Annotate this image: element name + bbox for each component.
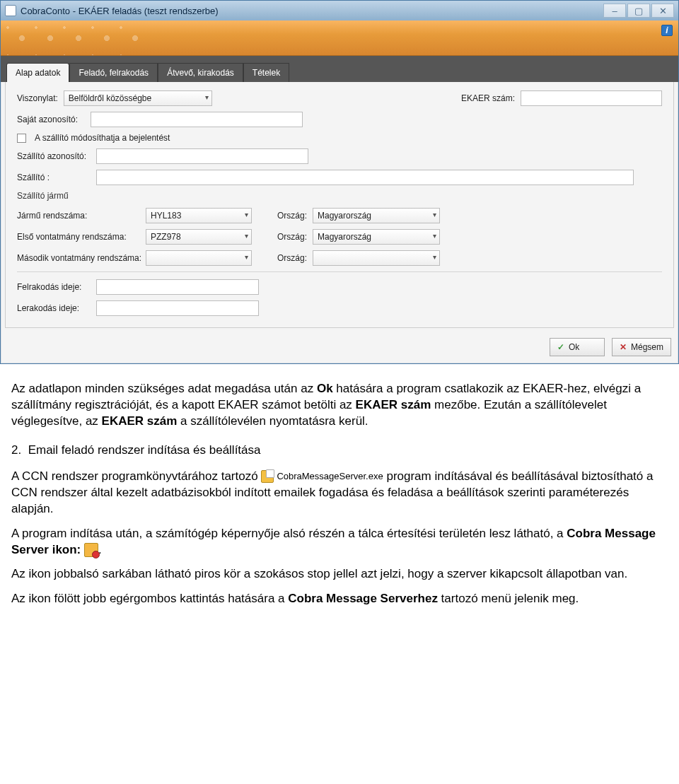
- tab-atvevo[interactable]: Átvevő, kirakodás: [158, 63, 243, 82]
- exe-inline: CobraMessageServer.exe: [261, 470, 383, 483]
- orszag1-label: Ország:: [277, 211, 307, 221]
- doc-heading-2: 2. Email feladó rendszer indítása és beá…: [27, 443, 668, 459]
- tab-tetelek[interactable]: Tételek: [243, 63, 289, 82]
- exe-filename: CobraMessageServer.exe: [277, 470, 383, 483]
- app-ribbon: i: [1, 21, 678, 56]
- jarmu-rendszam-label: Jármű rendszáma:: [17, 211, 140, 221]
- tray-icon: [84, 543, 98, 557]
- doc-paragraph-1: Az adatlapon minden szükséges adat megad…: [11, 381, 668, 430]
- vontatmany2-select[interactable]: [146, 250, 252, 266]
- doc-paragraph-3: A program indítása után, a számítógép ké…: [11, 526, 668, 558]
- tab-felado[interactable]: Feladó, felrakodás: [69, 63, 158, 82]
- sajat-azonosito-input[interactable]: [91, 112, 303, 127]
- lerakodas-label: Lerakodás ideje:: [17, 303, 91, 313]
- orszag3-select[interactable]: [313, 250, 440, 266]
- cancel-button[interactable]: ✕ Mégsem: [612, 338, 671, 356]
- check-icon: ✓: [557, 342, 564, 352]
- maximize-button[interactable]: ▢: [627, 4, 650, 18]
- close-icon: ✕: [620, 342, 627, 352]
- vontatmany2-label: Második vontatmány rendszáma:: [17, 253, 140, 263]
- close-button[interactable]: ✕: [651, 4, 674, 18]
- form-panel: Viszonylat: Belföldről közösségbe EKAER …: [5, 82, 674, 328]
- viszonylat-select[interactable]: Belföldről közösségbe: [64, 90, 212, 106]
- jarmu-rendszam-select[interactable]: HYL183: [146, 208, 252, 223]
- info-icon[interactable]: i: [661, 25, 673, 36]
- title-bar: CobraConto - EKÁER feladás (teszt rendsz…: [1, 1, 678, 21]
- felrakodas-label: Felrakodás ideje:: [17, 282, 91, 292]
- viszonylat-label: Viszonylat:: [17, 93, 58, 103]
- exe-icon: [261, 470, 274, 483]
- minimize-button[interactable]: –: [603, 4, 626, 18]
- szallito-azonosito-label: Szállító azonosító:: [17, 151, 91, 161]
- sajat-azonosito-label: Saját azonosító:: [17, 115, 85, 124]
- tab-strip: Alap adatok Feladó, felrakodás Átvevő, k…: [1, 56, 678, 82]
- jarmu-group-label: Szállító jármű: [17, 191, 662, 201]
- orszag2-select[interactable]: Magyarország: [313, 229, 440, 245]
- doc-paragraph-4: Az ikon jobbalsó sarkában látható piros …: [11, 566, 668, 583]
- szallito-azonosito-input[interactable]: [96, 148, 308, 164]
- vontatmany1-select[interactable]: PZZ978: [146, 229, 252, 245]
- szallito-modosithatja-label: A szállító módosíthatja a bejelentést: [35, 133, 170, 143]
- felrakodas-input[interactable]: [96, 279, 259, 295]
- szallito-label: Szállító :: [17, 172, 91, 182]
- doc-paragraph-2: A CCN rendszer programkönyvtárához tarto…: [11, 469, 668, 517]
- szallito-input[interactable]: [96, 170, 634, 185]
- szallito-modosithatja-checkbox[interactable]: [17, 134, 26, 143]
- orszag1-select[interactable]: Magyarország: [313, 208, 440, 223]
- tab-alap-adatok[interactable]: Alap adatok: [6, 63, 69, 82]
- ok-button-label: Ok: [569, 342, 579, 352]
- ekaer-szam-label: EKAER szám:: [461, 93, 515, 103]
- ekaer-szam-input[interactable]: [521, 90, 662, 106]
- lerakodas-input[interactable]: [96, 300, 259, 316]
- document-body: Az adatlapon minden szükséges adat megad…: [0, 364, 679, 637]
- vontatmany1-label: Első vontatmány rendszáma:: [17, 232, 140, 242]
- app-window: CobraConto - EKÁER feladás (teszt rendsz…: [0, 0, 679, 364]
- ok-button[interactable]: ✓ Ok: [550, 338, 605, 356]
- app-icon: [5, 5, 16, 16]
- window-title: CobraConto - EKÁER feladás (teszt rendsz…: [21, 6, 219, 16]
- cancel-button-label: Mégsem: [631, 342, 663, 352]
- button-bar: ✓ Ok ✕ Mégsem: [1, 332, 678, 363]
- doc-paragraph-5: Az ikon fölött jobb egérgombos kattintás…: [11, 591, 668, 607]
- orszag3-label: Ország:: [277, 253, 307, 263]
- orszag2-label: Ország:: [277, 232, 307, 242]
